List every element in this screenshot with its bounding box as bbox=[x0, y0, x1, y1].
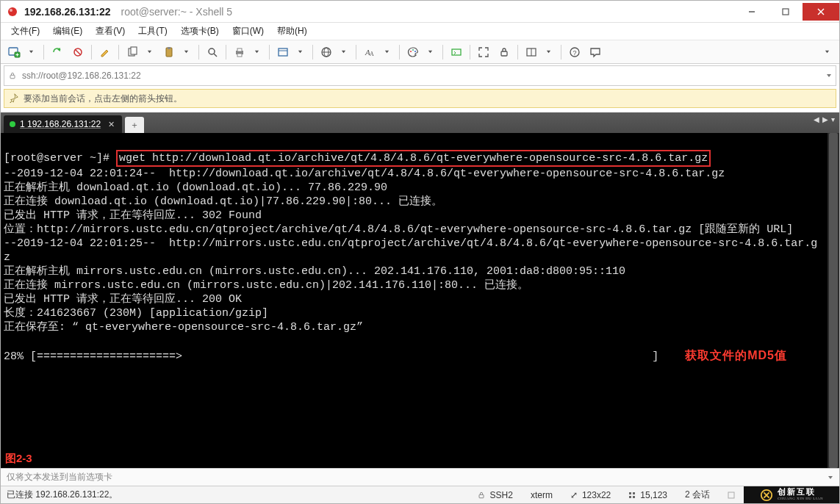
toolbar: AA ? bbox=[1, 40, 839, 64]
menu-help[interactable]: 帮助(H) bbox=[271, 23, 313, 40]
color-scheme-dropdown[interactable] bbox=[422, 43, 438, 61]
properties-button[interactable] bbox=[274, 43, 292, 61]
feedback-button[interactable] bbox=[586, 43, 604, 61]
menu-edit[interactable]: 编辑(E) bbox=[47, 23, 88, 40]
layout-dropdown[interactable] bbox=[540, 43, 556, 61]
help-button[interactable]: ? bbox=[566, 43, 584, 61]
svg-point-20 bbox=[209, 48, 215, 54]
pin-icon[interactable] bbox=[9, 93, 19, 105]
toolbar-overflow-dropdown[interactable] bbox=[819, 43, 835, 61]
connection-status-dot bbox=[10, 121, 15, 127]
menu-window[interactable]: 窗口(W) bbox=[226, 23, 270, 40]
svg-marker-32 bbox=[341, 51, 345, 54]
svg-marker-25 bbox=[254, 51, 258, 54]
address-bar bbox=[4, 65, 836, 86]
app-icon bbox=[7, 6, 18, 18]
menu-tools[interactable]: 工具(T) bbox=[132, 23, 173, 40]
term-prompt: [root@server ~]# bbox=[4, 152, 116, 165]
paste-button[interactable] bbox=[160, 43, 178, 61]
terminal[interactable]: [root@server ~]# wget http://download.qt… bbox=[1, 133, 839, 468]
new-session-dropdown[interactable] bbox=[23, 43, 39, 61]
terminal-scrollbar[interactable] bbox=[828, 133, 839, 468]
svg-text:?: ? bbox=[573, 49, 577, 57]
send-text-bar[interactable]: 仅将文本发送到当前选项卡 bbox=[1, 468, 839, 486]
svg-point-38 bbox=[414, 51, 416, 52]
address-input[interactable] bbox=[21, 70, 822, 82]
protocol-icon bbox=[4, 71, 21, 80]
svg-marker-49 bbox=[827, 74, 831, 77]
term-line: --2019-12-04 22:01:24-- http://download.… bbox=[4, 168, 725, 180]
svg-rect-55 bbox=[633, 496, 635, 498]
term-line: --2019-12-04 22:01:25-- http://mirrors.u… bbox=[4, 237, 817, 250]
svg-rect-52 bbox=[629, 492, 631, 494]
svg-rect-53 bbox=[633, 492, 635, 494]
font-button[interactable]: AA bbox=[361, 43, 378, 61]
svg-rect-41 bbox=[501, 51, 507, 56]
maximize-button[interactable] bbox=[769, 3, 803, 21]
print-dropdown[interactable] bbox=[248, 43, 265, 61]
layout-button[interactable] bbox=[523, 43, 540, 61]
copy-dropdown[interactable] bbox=[141, 43, 157, 61]
svg-marker-19 bbox=[184, 51, 187, 54]
term-line: 长度：241623667 (230M) [application/gzip] bbox=[4, 307, 268, 320]
title-address: 192.168.26.131:22 bbox=[24, 6, 111, 18]
status-term: xterm bbox=[531, 490, 553, 500]
send-text-placeholder: 仅将文本发送到当前选项卡 bbox=[7, 471, 112, 483]
svg-rect-24 bbox=[237, 54, 242, 57]
resize-icon: ⤢ bbox=[570, 490, 578, 500]
svg-rect-48 bbox=[10, 75, 15, 79]
tab-close-icon[interactable]: ✕ bbox=[108, 120, 115, 129]
status-pos: 15,123 bbox=[628, 490, 667, 500]
svg-text:A: A bbox=[370, 51, 374, 57]
tab-prev-icon[interactable]: ◀ bbox=[814, 115, 819, 123]
term-line: 已发出 HTTP 请求，正在等待回应... 200 OK bbox=[4, 293, 242, 306]
disconnect-button[interactable] bbox=[69, 43, 87, 61]
lock-button[interactable] bbox=[495, 43, 513, 61]
add-tab-button[interactable]: ＋ bbox=[125, 117, 144, 133]
figure-label: 图2-3 bbox=[5, 451, 32, 465]
font-dropdown[interactable] bbox=[378, 43, 395, 61]
copy-button[interactable] bbox=[123, 43, 141, 61]
svg-marker-47 bbox=[825, 51, 828, 54]
send-text-dropdown[interactable] bbox=[828, 472, 833, 483]
properties-dropdown[interactable] bbox=[292, 43, 308, 61]
session-tab[interactable]: 1 192.168.26.131:22 ✕ bbox=[4, 115, 122, 133]
svg-marker-44 bbox=[546, 51, 550, 54]
grid-icon bbox=[628, 492, 636, 499]
svg-rect-56 bbox=[728, 492, 734, 498]
svg-rect-51 bbox=[479, 494, 484, 498]
svg-rect-23 bbox=[237, 48, 242, 51]
language-dropdown[interactable] bbox=[335, 43, 351, 61]
brand-text-cn: 创新互联 bbox=[778, 488, 823, 495]
svg-rect-3 bbox=[783, 9, 789, 15]
compose-button[interactable] bbox=[96, 43, 114, 61]
color-scheme-button[interactable] bbox=[404, 43, 422, 61]
paste-dropdown[interactable] bbox=[178, 43, 194, 61]
highlighted-command: wget http://download.qt.io/archive/qt/4.… bbox=[116, 150, 711, 167]
tab-next-icon[interactable]: ▶ bbox=[822, 115, 828, 123]
language-button[interactable] bbox=[317, 43, 335, 61]
close-button[interactable] bbox=[803, 3, 839, 21]
menu-file[interactable]: 文件(F) bbox=[5, 23, 46, 40]
xftp-button[interactable] bbox=[448, 43, 465, 61]
reconnect-button[interactable] bbox=[49, 43, 66, 61]
menu-tabs[interactable]: 选项卡(B) bbox=[175, 23, 225, 40]
term-line: z bbox=[4, 251, 10, 264]
brand-logo-icon bbox=[760, 489, 773, 502]
tab-strip: 1 192.168.26.131:22 ✕ ＋ ◀ ▶ ▾ bbox=[1, 112, 839, 133]
new-session-button[interactable] bbox=[5, 43, 23, 61]
print-button[interactable] bbox=[231, 43, 248, 61]
find-button[interactable] bbox=[204, 43, 221, 61]
svg-point-37 bbox=[412, 49, 414, 51]
term-line: 正在解析主机 mirrors.ustc.edu.cn (mirrors.ustc… bbox=[4, 265, 625, 278]
svg-marker-16 bbox=[147, 51, 151, 54]
minimize-button[interactable] bbox=[735, 3, 769, 21]
svg-point-0 bbox=[8, 7, 17, 16]
menu-view[interactable]: 查看(V) bbox=[90, 23, 131, 40]
menu-bar: 文件(F) 编辑(E) 查看(V) 工具(T) 选项卡(B) 窗口(W) 帮助(… bbox=[1, 23, 839, 40]
status-caps bbox=[728, 492, 735, 499]
fullscreen-button[interactable] bbox=[475, 43, 492, 61]
address-dropdown[interactable] bbox=[822, 73, 836, 79]
tab-list-icon[interactable]: ▾ bbox=[831, 115, 835, 123]
title-subtitle: root@server:~ - Xshell 5 bbox=[121, 6, 233, 18]
